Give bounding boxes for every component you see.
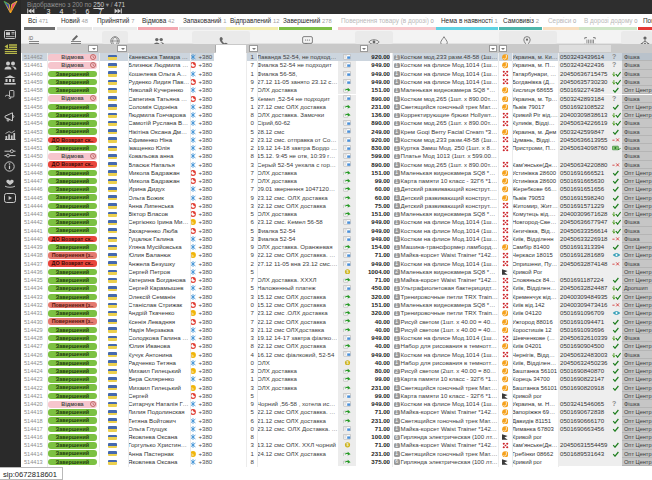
- svg-text:lc: lc: [192, 386, 195, 390]
- svg-text:lc: lc: [192, 370, 195, 374]
- svg-text:lc: lc: [192, 353, 195, 357]
- svg-text:lc: lc: [192, 221, 195, 225]
- svg-text:ID: ID: [29, 36, 34, 41]
- svg-text:lc: lc: [192, 452, 195, 456]
- svg-text:lc: lc: [192, 254, 195, 258]
- svg-text:lc: lc: [192, 312, 195, 316]
